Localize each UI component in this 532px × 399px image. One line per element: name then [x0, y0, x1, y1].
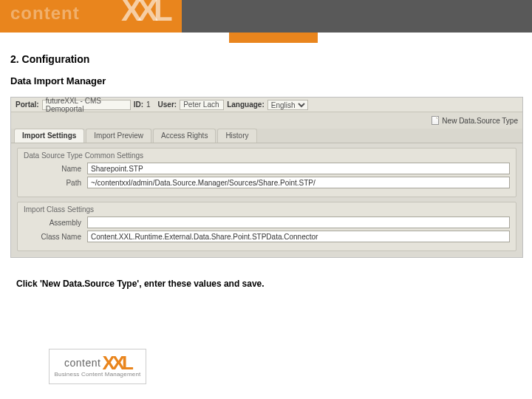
- footer-logo: content XXL Business Content Management: [49, 349, 146, 384]
- logo-suffix: XXL: [121, 0, 168, 28]
- language-label: Language:: [227, 100, 265, 109]
- app-window: Portal: futureXXL - CMS Demoportal ID: 1…: [10, 97, 523, 258]
- assembly-input[interactable]: [87, 216, 510, 228]
- group-import-class-settings: Import Class Settings Assembly Class Nam…: [17, 202, 516, 251]
- portal-field[interactable]: futureXXL - CMS Demoportal: [42, 100, 131, 110]
- footer-logo-tagline: Business Content Management: [54, 371, 140, 378]
- new-button-label: New Data.Source Type: [442, 117, 518, 125]
- document-icon: [432, 116, 439, 125]
- logo-text: content: [0, 0, 80, 24]
- tab-access-rights[interactable]: Access Rights: [153, 129, 216, 143]
- tab-import-preview[interactable]: Import Preview: [86, 129, 151, 143]
- new-datasource-type-button[interactable]: New Data.Source Type: [432, 116, 518, 125]
- group-import-class-title: Import Class Settings: [24, 205, 510, 214]
- orange-accent: [229, 33, 318, 43]
- group-common-settings: Data Source Type Common Settings Name Pa…: [17, 148, 516, 197]
- id-value: 1: [146, 100, 151, 109]
- tab-import-settings[interactable]: Import Settings: [14, 129, 84, 143]
- tab-bar: Import Settings Import Preview Access Ri…: [11, 129, 522, 143]
- footer-logo-text: content: [64, 357, 100, 369]
- portal-label: Portal:: [16, 100, 39, 109]
- name-label: Name: [24, 165, 87, 173]
- assembly-label: Assembly: [24, 219, 87, 227]
- section-title: 2. Configuration: [10, 53, 525, 65]
- tab-history[interactable]: History: [217, 129, 256, 143]
- class-name-label: Class Name: [24, 233, 87, 241]
- class-name-input[interactable]: [87, 231, 510, 242]
- instruction-text: Click 'New Data.Source Type', enter thes…: [10, 279, 525, 289]
- path-input[interactable]: [87, 177, 510, 188]
- name-input[interactable]: [87, 163, 510, 174]
- id-label: ID:: [134, 100, 143, 109]
- user-label: User:: [158, 100, 177, 109]
- user-field[interactable]: Peter Lach: [180, 100, 224, 110]
- sub-title: Data Import Manager: [10, 75, 525, 86]
- language-select[interactable]: English: [267, 100, 308, 110]
- panel: Data Source Type Common Settings Name Pa…: [11, 143, 522, 263]
- toolbar: New Data.Source Type: [11, 112, 522, 129]
- logo-block: content XXL: [0, 0, 182, 33]
- path-label: Path: [24, 179, 87, 187]
- footer-logo-suffix: XXL: [102, 355, 131, 371]
- group-common-settings-title: Data Source Type Common Settings: [24, 151, 510, 160]
- app-header: Portal: futureXXL - CMS Demoportal ID: 1…: [11, 98, 522, 112]
- top-banner: content XXL: [0, 0, 532, 33]
